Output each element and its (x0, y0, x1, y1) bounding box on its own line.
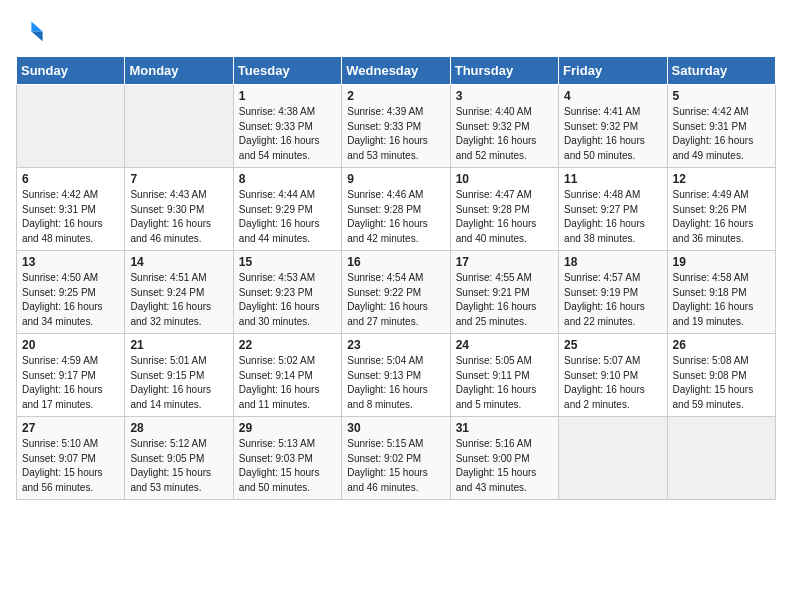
day-number: 5 (673, 89, 770, 103)
calendar-week-1: 1Sunrise: 4:38 AM Sunset: 9:33 PM Daylig… (17, 85, 776, 168)
day-number: 12 (673, 172, 770, 186)
calendar-cell: 27Sunrise: 5:10 AM Sunset: 9:07 PM Dayli… (17, 417, 125, 500)
calendar-week-4: 20Sunrise: 4:59 AM Sunset: 9:17 PM Dayli… (17, 334, 776, 417)
calendar-cell: 31Sunrise: 5:16 AM Sunset: 9:00 PM Dayli… (450, 417, 558, 500)
day-info: Sunrise: 4:53 AM Sunset: 9:23 PM Dayligh… (239, 271, 336, 329)
calendar-cell: 2Sunrise: 4:39 AM Sunset: 9:33 PM Daylig… (342, 85, 450, 168)
day-number: 24 (456, 338, 553, 352)
calendar-week-2: 6Sunrise: 4:42 AM Sunset: 9:31 PM Daylig… (17, 168, 776, 251)
calendar-cell: 17Sunrise: 4:55 AM Sunset: 9:21 PM Dayli… (450, 251, 558, 334)
calendar-cell: 19Sunrise: 4:58 AM Sunset: 9:18 PM Dayli… (667, 251, 775, 334)
day-info: Sunrise: 4:55 AM Sunset: 9:21 PM Dayligh… (456, 271, 553, 329)
day-number: 22 (239, 338, 336, 352)
day-number: 27 (22, 421, 119, 435)
day-number: 16 (347, 255, 444, 269)
day-header-saturday: Saturday (667, 57, 775, 85)
day-info: Sunrise: 4:39 AM Sunset: 9:33 PM Dayligh… (347, 105, 444, 163)
logo (16, 16, 48, 44)
day-info: Sunrise: 4:59 AM Sunset: 9:17 PM Dayligh… (22, 354, 119, 412)
day-header-sunday: Sunday (17, 57, 125, 85)
calendar-table: SundayMondayTuesdayWednesdayThursdayFrid… (16, 56, 776, 500)
day-info: Sunrise: 5:15 AM Sunset: 9:02 PM Dayligh… (347, 437, 444, 495)
day-number: 8 (239, 172, 336, 186)
day-info: Sunrise: 5:12 AM Sunset: 9:05 PM Dayligh… (130, 437, 227, 495)
day-info: Sunrise: 5:13 AM Sunset: 9:03 PM Dayligh… (239, 437, 336, 495)
day-info: Sunrise: 4:43 AM Sunset: 9:30 PM Dayligh… (130, 188, 227, 246)
day-info: Sunrise: 4:41 AM Sunset: 9:32 PM Dayligh… (564, 105, 661, 163)
day-info: Sunrise: 4:46 AM Sunset: 9:28 PM Dayligh… (347, 188, 444, 246)
day-number: 13 (22, 255, 119, 269)
calendar-cell: 16Sunrise: 4:54 AM Sunset: 9:22 PM Dayli… (342, 251, 450, 334)
calendar-cell: 12Sunrise: 4:49 AM Sunset: 9:26 PM Dayli… (667, 168, 775, 251)
day-info: Sunrise: 4:54 AM Sunset: 9:22 PM Dayligh… (347, 271, 444, 329)
day-info: Sunrise: 4:47 AM Sunset: 9:28 PM Dayligh… (456, 188, 553, 246)
calendar-cell: 24Sunrise: 5:05 AM Sunset: 9:11 PM Dayli… (450, 334, 558, 417)
day-info: Sunrise: 4:49 AM Sunset: 9:26 PM Dayligh… (673, 188, 770, 246)
day-number: 20 (22, 338, 119, 352)
day-number: 31 (456, 421, 553, 435)
day-header-friday: Friday (559, 57, 667, 85)
day-info: Sunrise: 4:42 AM Sunset: 9:31 PM Dayligh… (22, 188, 119, 246)
day-info: Sunrise: 4:50 AM Sunset: 9:25 PM Dayligh… (22, 271, 119, 329)
calendar-cell: 23Sunrise: 5:04 AM Sunset: 9:13 PM Dayli… (342, 334, 450, 417)
day-number: 10 (456, 172, 553, 186)
day-number: 30 (347, 421, 444, 435)
day-number: 4 (564, 89, 661, 103)
day-info: Sunrise: 5:04 AM Sunset: 9:13 PM Dayligh… (347, 354, 444, 412)
day-info: Sunrise: 4:44 AM Sunset: 9:29 PM Dayligh… (239, 188, 336, 246)
day-header-thursday: Thursday (450, 57, 558, 85)
calendar-cell: 6Sunrise: 4:42 AM Sunset: 9:31 PM Daylig… (17, 168, 125, 251)
page-header (16, 16, 776, 44)
day-info: Sunrise: 5:07 AM Sunset: 9:10 PM Dayligh… (564, 354, 661, 412)
calendar-cell: 14Sunrise: 4:51 AM Sunset: 9:24 PM Dayli… (125, 251, 233, 334)
day-number: 21 (130, 338, 227, 352)
day-number: 2 (347, 89, 444, 103)
day-number: 7 (130, 172, 227, 186)
day-info: Sunrise: 5:01 AM Sunset: 9:15 PM Dayligh… (130, 354, 227, 412)
day-number: 18 (564, 255, 661, 269)
calendar-cell: 11Sunrise: 4:48 AM Sunset: 9:27 PM Dayli… (559, 168, 667, 251)
calendar-cell (125, 85, 233, 168)
calendar-week-5: 27Sunrise: 5:10 AM Sunset: 9:07 PM Dayli… (17, 417, 776, 500)
calendar-header-row: SundayMondayTuesdayWednesdayThursdayFrid… (17, 57, 776, 85)
day-number: 14 (130, 255, 227, 269)
day-number: 26 (673, 338, 770, 352)
calendar-cell: 3Sunrise: 4:40 AM Sunset: 9:32 PM Daylig… (450, 85, 558, 168)
calendar-cell: 13Sunrise: 4:50 AM Sunset: 9:25 PM Dayli… (17, 251, 125, 334)
day-info: Sunrise: 5:08 AM Sunset: 9:08 PM Dayligh… (673, 354, 770, 412)
calendar-cell: 4Sunrise: 4:41 AM Sunset: 9:32 PM Daylig… (559, 85, 667, 168)
calendar-cell: 21Sunrise: 5:01 AM Sunset: 9:15 PM Dayli… (125, 334, 233, 417)
day-info: Sunrise: 4:48 AM Sunset: 9:27 PM Dayligh… (564, 188, 661, 246)
calendar-cell: 20Sunrise: 4:59 AM Sunset: 9:17 PM Dayli… (17, 334, 125, 417)
day-number: 1 (239, 89, 336, 103)
day-info: Sunrise: 4:42 AM Sunset: 9:31 PM Dayligh… (673, 105, 770, 163)
day-info: Sunrise: 5:10 AM Sunset: 9:07 PM Dayligh… (22, 437, 119, 495)
day-info: Sunrise: 4:38 AM Sunset: 9:33 PM Dayligh… (239, 105, 336, 163)
day-number: 23 (347, 338, 444, 352)
logo-icon (16, 16, 44, 44)
calendar-cell: 7Sunrise: 4:43 AM Sunset: 9:30 PM Daylig… (125, 168, 233, 251)
day-number: 28 (130, 421, 227, 435)
day-info: Sunrise: 4:58 AM Sunset: 9:18 PM Dayligh… (673, 271, 770, 329)
day-number: 19 (673, 255, 770, 269)
day-info: Sunrise: 5:02 AM Sunset: 9:14 PM Dayligh… (239, 354, 336, 412)
calendar-cell: 22Sunrise: 5:02 AM Sunset: 9:14 PM Dayli… (233, 334, 341, 417)
calendar-cell (17, 85, 125, 168)
day-info: Sunrise: 4:40 AM Sunset: 9:32 PM Dayligh… (456, 105, 553, 163)
calendar-cell (667, 417, 775, 500)
day-info: Sunrise: 5:16 AM Sunset: 9:00 PM Dayligh… (456, 437, 553, 495)
calendar-cell: 30Sunrise: 5:15 AM Sunset: 9:02 PM Dayli… (342, 417, 450, 500)
day-info: Sunrise: 4:51 AM Sunset: 9:24 PM Dayligh… (130, 271, 227, 329)
calendar-cell: 15Sunrise: 4:53 AM Sunset: 9:23 PM Dayli… (233, 251, 341, 334)
calendar-week-3: 13Sunrise: 4:50 AM Sunset: 9:25 PM Dayli… (17, 251, 776, 334)
day-info: Sunrise: 4:57 AM Sunset: 9:19 PM Dayligh… (564, 271, 661, 329)
day-info: Sunrise: 5:05 AM Sunset: 9:11 PM Dayligh… (456, 354, 553, 412)
calendar-cell: 25Sunrise: 5:07 AM Sunset: 9:10 PM Dayli… (559, 334, 667, 417)
day-number: 9 (347, 172, 444, 186)
calendar-cell: 5Sunrise: 4:42 AM Sunset: 9:31 PM Daylig… (667, 85, 775, 168)
day-number: 25 (564, 338, 661, 352)
calendar-cell: 28Sunrise: 5:12 AM Sunset: 9:05 PM Dayli… (125, 417, 233, 500)
calendar-cell: 18Sunrise: 4:57 AM Sunset: 9:19 PM Dayli… (559, 251, 667, 334)
day-header-wednesday: Wednesday (342, 57, 450, 85)
day-number: 6 (22, 172, 119, 186)
